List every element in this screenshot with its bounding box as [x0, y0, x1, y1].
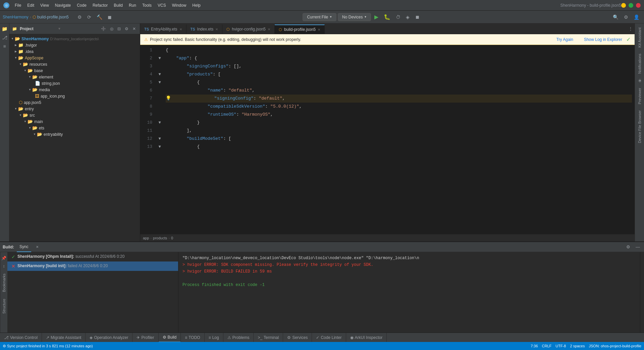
debug-button[interactable]: 🐛: [382, 12, 392, 21]
build-item-init[interactable]: ✕ ShenHarmony [build init]: failed At 20…: [7, 261, 178, 271]
notifications-panel[interactable]: Notifications: [636, 51, 643, 76]
menu-navigate[interactable]: Navigate: [52, 2, 73, 8]
stop-run-button[interactable]: ⏹: [413, 13, 422, 21]
tab-index-close[interactable]: ✕: [215, 27, 218, 31]
gutter-fold-4[interactable]: ▼: [156, 70, 163, 78]
log-scrollbar[interactable]: [640, 252, 644, 333]
menu-refactor[interactable]: Refactor: [90, 2, 110, 8]
toolbar-build-icon[interactable]: 🔨: [95, 13, 104, 21]
tab-index[interactable]: TS Index.ets ✕: [186, 24, 223, 34]
tree-app-json5[interactable]: ⬡ app.json5: [9, 99, 140, 106]
tab-build-profile[interactable]: ⬡ build-profile.json5 ✕: [275, 24, 325, 34]
btab-migrate[interactable]: ↗ Migrate Assistant: [42, 333, 86, 342]
toolbar-stop-icon[interactable]: ◼: [106, 13, 114, 21]
btab-version-control[interactable]: ⎇ Version Control: [0, 333, 42, 342]
menu-window[interactable]: Window: [169, 2, 189, 8]
show-log-button[interactable]: Show Log in Explorer: [584, 37, 622, 42]
breadcrumb-0-item[interactable]: 0: [171, 236, 173, 240]
tree-app-icon-png[interactable]: 🖼 app_icon.png: [9, 93, 140, 99]
current-file-dropdown[interactable]: Current File ▼: [303, 13, 336, 21]
menu-file[interactable]: File: [12, 2, 24, 8]
bottom-settings-icon[interactable]: ⚙: [625, 244, 632, 250]
menu-view[interactable]: View: [38, 2, 52, 8]
menu-build[interactable]: Build: [111, 2, 125, 8]
btab-terminal[interactable]: >_ Terminal: [254, 333, 283, 342]
sidebar-vcs-icon[interactable]: ⎇: [1, 34, 9, 42]
status-encoding[interactable]: UTF-8: [555, 344, 566, 348]
editor-content[interactable]: 12345 678910 111213 ▼ ▼ ▼ ▼ ▼: [140, 45, 635, 234]
maximize-button[interactable]: [629, 3, 633, 8]
sync-tab-close[interactable]: ✕: [34, 244, 41, 250]
gutter-fold-11[interactable]: [156, 127, 163, 135]
gutter-fold-3[interactable]: [156, 62, 163, 70]
kit-assistant-panel[interactable]: Kit Assistant: [636, 25, 643, 50]
tree-hvigor[interactable]: ▶ 📁 .hvigor: [9, 42, 140, 48]
breadcrumb-file[interactable]: build-profile.json5: [37, 15, 69, 19]
project-add-icon[interactable]: ➕: [100, 26, 107, 32]
btab-arkui[interactable]: ◉ ArkUI Inspector: [346, 333, 387, 342]
gutter-fold-2[interactable]: ▼: [156, 54, 163, 62]
device-file-browser-panel[interactable]: Device File Browser: [636, 108, 643, 146]
tree-element[interactable]: ▼ 📂 element: [9, 74, 140, 80]
project-collapse-icon[interactable]: ⊟: [116, 26, 122, 32]
tree-string-json[interactable]: 📄 string.json: [9, 80, 140, 86]
btab-services[interactable]: ⚙ Services: [283, 333, 312, 342]
btab-build[interactable]: ⚙ Build: [159, 333, 181, 342]
project-locate-icon[interactable]: ◎: [109, 26, 115, 32]
sidebar-structure-icon[interactable]: ≡: [1, 42, 9, 50]
status-file-type[interactable]: JSON: ohos-project-build-profile: [589, 344, 641, 348]
tab-entryability[interactable]: TS EntryAbility.ets ✕: [140, 24, 186, 34]
menu-code[interactable]: Code: [74, 2, 89, 8]
toolbar-sync-icon[interactable]: ⟳: [85, 13, 93, 21]
try-again-button[interactable]: Try Again: [556, 37, 573, 42]
menu-edit[interactable]: Edit: [24, 2, 37, 8]
build-item-ohpm[interactable]: ✓ ShenHarmony [Ohpm Install]: successful…: [7, 252, 178, 261]
project-dropdown-icon[interactable]: ▼: [58, 27, 61, 31]
tab-hvigor-config-close[interactable]: ✕: [268, 27, 270, 31]
tree-media[interactable]: ▼ 📂 media: [9, 86, 140, 93]
gutter-fold-10[interactable]: ▼: [156, 119, 163, 127]
gutter-fold-6[interactable]: [156, 86, 163, 95]
gutter-fold-9[interactable]: [156, 111, 163, 119]
tree-resources[interactable]: ▼ 📂 resources: [9, 61, 140, 67]
status-line-ending[interactable]: CRLF: [542, 344, 552, 348]
breadcrumb-app[interactable]: ShenHarmony: [3, 15, 29, 19]
tree-root[interactable]: ▼ 📂 ShenHarmony D:\harmony_location\proj…: [9, 36, 140, 42]
gutter-fold-5[interactable]: ▼: [156, 78, 163, 86]
tree-idea[interactable]: ▶ 📁 .idea: [9, 48, 140, 55]
tree-appscope[interactable]: ▼ 📂 AppScope: [9, 55, 140, 61]
btab-problems[interactable]: ⚠ Problems: [223, 333, 254, 342]
btab-profiler[interactable]: ✈ Profiler: [132, 333, 158, 342]
profile-icon-button[interactable]: 👤: [632, 13, 641, 21]
btab-op-analyzer[interactable]: ◈ Operation Analyzer: [86, 333, 132, 342]
breadcrumb-products-item[interactable]: products: [153, 236, 167, 240]
log-area[interactable]: "D:\harmony_location\new_deveco_location…: [178, 252, 640, 333]
tabs-more-icon[interactable]: ⋮: [627, 26, 635, 31]
project-settings-icon[interactable]: ⚙: [123, 26, 130, 32]
bookmarks-label[interactable]: Bookmarks: [1, 271, 7, 295]
no-devices-dropdown[interactable]: No Devices ▼: [338, 13, 371, 21]
search-everywhere-button[interactable]: 🔍: [611, 13, 621, 21]
gutter-fold-13[interactable]: ▼: [156, 143, 163, 151]
coverage-button[interactable]: ◈: [404, 13, 412, 21]
status-indent[interactable]: 2 spaces: [570, 344, 585, 348]
close-button[interactable]: [636, 3, 641, 8]
status-sync[interactable]: ⚙ Sync project finished in 3 s 821 ms (1…: [3, 344, 93, 348]
sidebar-project-icon[interactable]: 📁: [1, 25, 9, 33]
btab-code-linter[interactable]: ✓ Code Linter: [312, 333, 346, 342]
menu-vcs[interactable]: VCS: [155, 2, 169, 8]
warning-confirm-icon[interactable]: ✓: [626, 36, 631, 43]
previewer-icon[interactable]: 👁: [636, 77, 643, 84]
tree-base[interactable]: ▼ 📂 base: [9, 67, 140, 74]
run-button[interactable]: ▶: [372, 12, 380, 21]
tab-hvigor-config[interactable]: ⬡ hvigor-config.json5 ✕: [222, 24, 275, 34]
code-area[interactable]: { "app": { "signingConfigs": [], "produc…: [163, 45, 635, 234]
btab-log[interactable]: ≡ Log: [205, 333, 223, 342]
bottom-minimize-icon[interactable]: —: [634, 244, 641, 250]
menu-run[interactable]: Run: [126, 2, 139, 8]
tree-entry[interactable]: ▼ 📂 entry: [9, 106, 140, 112]
tab-entryability-close[interactable]: ✕: [179, 27, 182, 31]
bookmark-pin-icon[interactable]: 📌: [0, 255, 7, 261]
status-time[interactable]: 7:36: [531, 344, 538, 348]
settings-button[interactable]: ⚙: [622, 13, 630, 21]
